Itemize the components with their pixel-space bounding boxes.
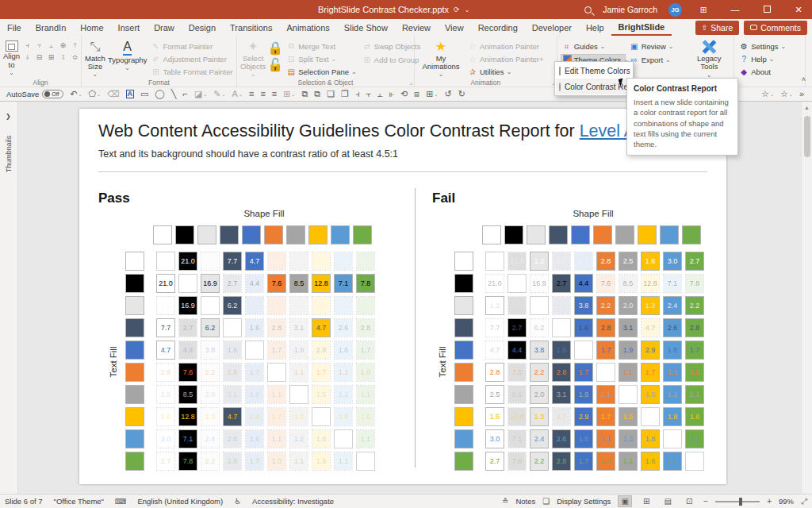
slide-sorter-view-button[interactable]: ⊞ xyxy=(639,495,653,507)
title-dropdown-caret[interactable]: ⌄ xyxy=(465,6,470,13)
tab-file[interactable]: File xyxy=(0,19,29,36)
line-icon[interactable]: ╲ xyxy=(171,90,177,98)
share-button[interactable]: ⇧Share xyxy=(695,21,740,35)
undo-alt-icon[interactable]: ↺ xyxy=(444,90,451,98)
minimize-button[interactable]: — xyxy=(725,5,745,14)
distribute-horizontally-icon[interactable]: ⫦ xyxy=(389,90,394,98)
tab-home[interactable]: Home xyxy=(73,19,110,36)
zoom-in-button[interactable]: + xyxy=(767,497,772,506)
match-size-button[interactable]: ⤡ Match Size⌄ xyxy=(85,38,105,77)
align-mini-buttons[interactable]: ⫞⫟⫠⊕⫯⫰⊟⊞⫱≎ xyxy=(22,38,80,77)
table-icon[interactable]: ⊞⌄ xyxy=(426,90,438,98)
shape-fill-icon[interactable]: ◪⌄ xyxy=(194,90,207,98)
merge-text-button[interactable]: ⧉Merge Text xyxy=(285,40,358,52)
adjustment-painter-button[interactable]: ✐Adjustment Painter xyxy=(150,53,235,64)
collapse-ribbon-icon[interactable]: ˄ xyxy=(802,75,806,83)
slide-canvas[interactable]: Web Content Accessibility Guidelines Col… xyxy=(79,109,726,484)
autosave-toggle[interactable]: AutoSave Off xyxy=(6,90,63,98)
ribbon-display-options-icon[interactable]: ⊞ xyxy=(693,6,714,14)
animation-painter-button[interactable]: ☆Animation Painter xyxy=(466,40,546,52)
display-settings-button[interactable]: Display Settings xyxy=(557,497,611,506)
tab-transitions[interactable]: Transitions xyxy=(223,19,279,36)
review-button[interactable]: ▣Review⌄ xyxy=(628,40,676,52)
export-button[interactable]: ⇨Export⌄ xyxy=(628,54,676,66)
rectangle-icon[interactable]: ▭ xyxy=(140,90,148,98)
zoom-level[interactable]: 99% xyxy=(779,497,794,506)
tab-brightslide[interactable]: BrightSlide xyxy=(611,19,672,36)
zoom-slider-thumb[interactable] xyxy=(739,498,742,506)
text-box-icon[interactable]: A xyxy=(126,90,135,98)
lock-icon[interactable]: 🔒 xyxy=(267,40,283,56)
my-animations-button[interactable]: ★ My Animations⌄ xyxy=(418,38,464,77)
thumbnails-panel[interactable]: ❯ Thumbnails xyxy=(0,102,18,494)
swap-objects-button[interactable]: ⇄Swap Objects xyxy=(361,40,423,52)
align-text-center-icon[interactable]: ≡ xyxy=(260,90,265,98)
typography-button[interactable]: A Typography⌄ xyxy=(108,38,147,77)
slideshow-view-button[interactable]: ⊡ xyxy=(682,495,696,507)
elbow-connector-icon[interactable]: ⌐ xyxy=(182,90,187,98)
tab-view[interactable]: View xyxy=(438,19,471,36)
zoom-out-button[interactable]: − xyxy=(703,497,708,506)
search-icon[interactable] xyxy=(584,6,592,13)
keyboard-icon[interactable]: ⌨ xyxy=(115,497,126,506)
merge-shapes-icon[interactable]: ⊞⌄ xyxy=(283,90,295,98)
align-text-right-icon[interactable]: ≡ xyxy=(272,90,277,98)
add-to-group-button[interactable]: ⊞Add to Group xyxy=(361,54,423,66)
align-to-button[interactable]: Align to⌄ xyxy=(3,38,20,77)
font-color-icon[interactable]: A⌄ xyxy=(232,90,243,98)
freeform-icon[interactable]: ⌫ xyxy=(107,90,120,98)
tab-recording[interactable]: Recording xyxy=(471,19,525,36)
undo-icon[interactable]: ↶⌄ xyxy=(70,90,82,98)
select-objects-button[interactable]: ✦ Select Objects⌄ xyxy=(240,38,266,77)
menu-item-edit-theme-colors[interactable]: Edit Theme Colors xyxy=(556,63,632,79)
close-button[interactable]: ✕ xyxy=(788,5,809,15)
restore-button[interactable] xyxy=(756,5,777,14)
align-text-left-icon[interactable]: ≡ xyxy=(249,90,254,98)
animation-painter-plus-qat-icon[interactable]: ☆⌄ xyxy=(780,90,793,98)
rotate-icon[interactable]: ⟲ xyxy=(400,90,408,98)
change-shape-icon[interactable]: ⬠⌄ xyxy=(88,90,101,98)
group-icon[interactable]: ⧈ xyxy=(414,90,419,98)
send-to-back-icon[interactable]: ❐ xyxy=(341,90,349,98)
help-button[interactable]: ?Help⌄ xyxy=(737,53,787,64)
legacy-tools-button[interactable]: Legacy Tools⌄ xyxy=(688,38,730,77)
theme-name[interactable]: "Office Theme" xyxy=(54,497,104,506)
split-text-button[interactable]: ⊟Split Text⌄ xyxy=(285,53,358,64)
tab-brandin[interactable]: BrandIn xyxy=(29,19,74,36)
settings-button[interactable]: ⚙Settings⌄ xyxy=(737,40,787,52)
oval-icon[interactable]: ◯ xyxy=(155,90,165,98)
zoom-slider[interactable] xyxy=(715,501,760,502)
avatar[interactable]: JG xyxy=(668,3,682,17)
bring-to-front-icon[interactable]: ❏ xyxy=(327,90,335,98)
tab-help[interactable]: Help xyxy=(579,19,611,36)
vertical-scrollbar[interactable]: ▲ xyxy=(801,102,812,494)
shape-outline-icon[interactable]: ✎⌄ xyxy=(213,90,225,98)
align-left-objects-icon[interactable]: ⫞ xyxy=(355,90,360,98)
align-right-objects-icon[interactable]: ⫠ xyxy=(377,90,383,98)
reading-view-button[interactable]: ▤ xyxy=(661,495,675,507)
format-painter-button[interactable]: ✎Format Painter xyxy=(150,40,235,52)
bring-forward-icon[interactable]: ⧉ xyxy=(301,90,308,98)
redo-alt-icon[interactable]: ↻ xyxy=(458,90,465,98)
tab-animations[interactable]: Animations xyxy=(279,19,336,36)
normal-view-button[interactable]: ▣ xyxy=(618,495,632,507)
tab-developer[interactable]: Developer xyxy=(525,19,579,36)
utilities-button[interactable]: ✰Utilities⌄ xyxy=(466,66,546,77)
tab-slide-show[interactable]: Slide Show xyxy=(337,19,395,36)
notes-button[interactable]: Notes xyxy=(515,497,535,506)
expand-thumbnails-icon[interactable]: ❯ xyxy=(6,113,11,120)
selection-dialog-launcher-icon[interactable]: ⌟ xyxy=(410,79,412,86)
guides-button[interactable]: ⌗Guides⌄ xyxy=(561,40,626,52)
scrollbar-thumb[interactable] xyxy=(804,116,810,157)
fit-to-window-icon[interactable]: ⤢ xyxy=(801,497,807,506)
tab-insert[interactable]: Insert xyxy=(111,19,147,36)
scroll-up-icon[interactable]: ▲ xyxy=(804,105,810,110)
selection-pane-button[interactable]: ▤Selection Pane⌄ xyxy=(285,66,358,77)
about-button[interactable]: ◆About xyxy=(737,66,787,77)
comments-button[interactable]: Comments xyxy=(744,21,807,35)
tab-draw[interactable]: Draw xyxy=(147,19,182,36)
unlock-icon[interactable]: 🔓 xyxy=(267,57,283,72)
accessibility-status[interactable]: Accessibility: Investigate xyxy=(252,497,334,506)
send-backward-icon[interactable]: ⧉ xyxy=(314,90,320,98)
language-indicator[interactable]: English (United Kingdom) xyxy=(137,497,223,506)
